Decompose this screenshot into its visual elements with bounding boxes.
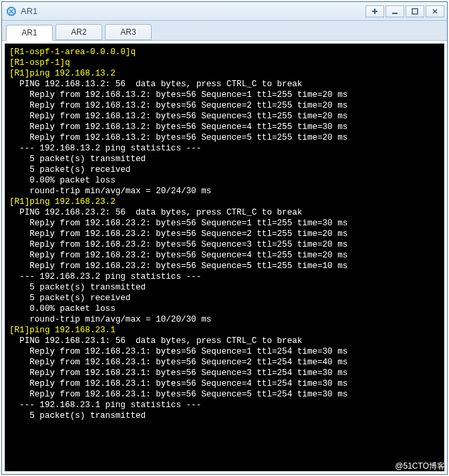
titlebar[interactable]: AR1 bbox=[2, 2, 447, 21]
terminal-line: Reply from 192.168.23.1: bytes=56 Sequen… bbox=[9, 389, 440, 400]
terminal-line: 5 packet(s) transmitted bbox=[9, 282, 440, 293]
unknown-button[interactable] bbox=[365, 5, 384, 17]
window-title: AR1 bbox=[21, 6, 37, 16]
terminal-line: --- 192.168.23.1 ping statistics --- bbox=[9, 400, 440, 410]
terminal-line: PING 192.168.23.1: 56 data bytes, press … bbox=[9, 336, 440, 346]
svg-rect-4 bbox=[412, 9, 418, 14]
tab-ar2[interactable]: AR2 bbox=[55, 24, 102, 40]
terminal-line: Reply from 192.168.13.2: bytes=56 Sequen… bbox=[9, 100, 440, 111]
terminal-line: Reply from 192.168.23.2: bytes=56 Sequen… bbox=[9, 239, 440, 250]
terminal-line: Reply from 192.168.13.2: bytes=56 Sequen… bbox=[9, 90, 440, 100]
terminal-line: round-trip min/avg/max = 10/20/30 ms bbox=[9, 314, 440, 325]
window-frame: AR1 AR1 AR2 AR3 [R1-ospf-1-area-0.0.0.0]… bbox=[1, 1, 448, 475]
tab-label: AR1 bbox=[21, 28, 37, 37]
terminal-line: PING 192.168.23.2: 56 data bytes, press … bbox=[9, 207, 440, 218]
svg-rect-2 bbox=[374, 9, 376, 14]
terminal-line: --- 192.168.13.2 ping statistics --- bbox=[9, 143, 440, 154]
ensp-router-icon bbox=[6, 6, 17, 17]
terminal-line: --- 192.168.23.2 ping statistics --- bbox=[9, 271, 440, 282]
tab-label: AR2 bbox=[71, 27, 86, 37]
terminal-output[interactable]: [R1-ospf-1-area-0.0.0.0]q[R1-ospf-1]q[R1… bbox=[5, 43, 444, 471]
terminal-line: 5 packet(s) received bbox=[9, 164, 440, 175]
terminal-line: PING 192.168.13.2: 56 data bytes, press … bbox=[9, 79, 440, 90]
terminal-line: Reply from 192.168.23.1: bytes=56 Sequen… bbox=[9, 346, 440, 357]
terminal-line: Reply from 192.168.23.2: bytes=56 Sequen… bbox=[9, 229, 440, 239]
terminal-line: Reply from 192.168.23.2: bytes=56 Sequen… bbox=[9, 250, 440, 261]
terminal-line: [R1]ping 192.168.23.1 bbox=[9, 325, 440, 336]
svg-rect-3 bbox=[392, 13, 398, 14]
terminal-line: 5 packet(s) transmitted bbox=[9, 154, 440, 164]
minimize-button[interactable] bbox=[386, 5, 404, 17]
tab-ar1[interactable]: AR1 bbox=[6, 25, 53, 41]
terminal-line: Reply from 192.168.23.1: bytes=56 Sequen… bbox=[9, 368, 440, 378]
terminal-line: 0.00% packet loss bbox=[9, 175, 440, 186]
terminal-line: Reply from 192.168.23.1: bytes=56 Sequen… bbox=[9, 357, 440, 368]
tabstrip: AR1 AR2 AR3 bbox=[2, 21, 447, 41]
terminal-line: Reply from 192.168.13.2: bytes=56 Sequen… bbox=[9, 111, 440, 122]
terminal-line: 5 packet(s) transmitted bbox=[9, 410, 440, 421]
terminal-line: 0.00% packet loss bbox=[9, 304, 440, 314]
terminal-line: Reply from 192.168.23.2: bytes=56 Sequen… bbox=[9, 218, 440, 229]
terminal-line: [R1-ospf-1-area-0.0.0.0]q bbox=[9, 47, 440, 57]
terminal-line: Reply from 192.168.13.2: bytes=56 Sequen… bbox=[9, 132, 440, 143]
terminal-line: round-trip min/avg/max = 20/24/30 ms bbox=[9, 186, 440, 197]
terminal-line: [R1]ping 192.168.13.2 bbox=[9, 68, 440, 79]
tab-ar3[interactable]: AR3 bbox=[105, 24, 152, 40]
close-button[interactable] bbox=[426, 5, 444, 17]
terminal-line: 5 packet(s) received bbox=[9, 293, 440, 304]
terminal-line: Reply from 192.168.23.1: bytes=56 Sequen… bbox=[9, 378, 440, 389]
terminal-line: Reply from 192.168.13.2: bytes=56 Sequen… bbox=[9, 122, 440, 132]
terminal-line: [R1-ospf-1]q bbox=[9, 57, 440, 68]
terminal-line: Reply from 192.168.23.2: bytes=56 Sequen… bbox=[9, 261, 440, 271]
terminal-line: [R1]ping 192.168.23.2 bbox=[9, 197, 440, 207]
tab-label: AR3 bbox=[120, 27, 136, 37]
maximize-button[interactable] bbox=[406, 5, 424, 17]
